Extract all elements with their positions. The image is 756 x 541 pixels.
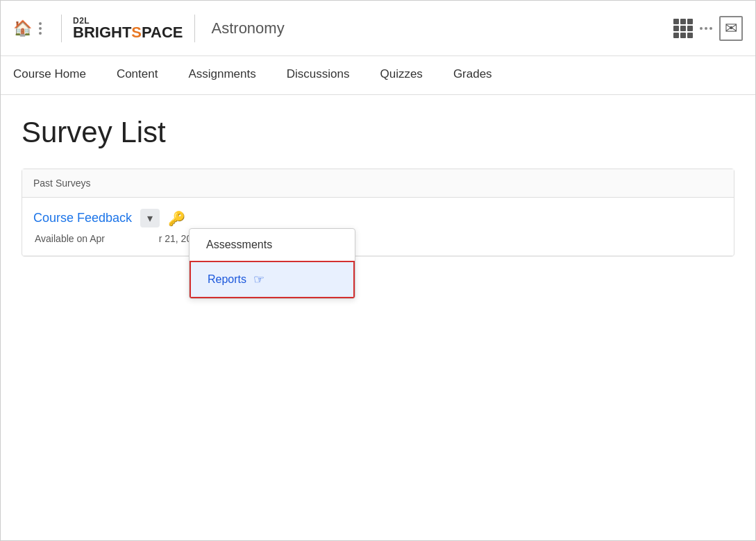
- more-options-icon[interactable]: [39, 22, 42, 35]
- mail-icon[interactable]: ✉: [719, 16, 743, 41]
- more-icon[interactable]: [700, 27, 712, 30]
- nav-course-home[interactable]: Course Home: [13, 56, 101, 95]
- nav-grades[interactable]: Grades: [438, 56, 507, 95]
- divider2: [194, 15, 195, 42]
- nav-content[interactable]: Content: [101, 56, 174, 95]
- survey-table: Past Surveys Course Feedback ▾ 🔑 Availab…: [22, 169, 734, 257]
- logo-brightspace: BRIGHTSPACE: [73, 25, 183, 40]
- course-title: Astronomy: [212, 19, 285, 37]
- survey-row: Course Feedback ▾ 🔑 Available on Apr r 2…: [22, 198, 734, 256]
- nav-bar: Course Home Content Assignments Discussi…: [1, 56, 755, 95]
- dropdown-menu: Assessments Reports ☞: [189, 228, 355, 299]
- nav-discussions[interactable]: Discussions: [271, 56, 365, 95]
- apps-grid-icon[interactable]: [673, 19, 693, 38]
- home-icon[interactable]: 🏠: [13, 19, 32, 37]
- cursor-hand-icon: ☞: [253, 272, 264, 287]
- survey-name-link[interactable]: Course Feedback: [33, 211, 132, 225]
- dropdown-item-reports[interactable]: Reports ☞: [190, 261, 355, 298]
- survey-section-header: Past Surveys: [22, 169, 734, 198]
- dropdown-item-assessments[interactable]: Assessments: [190, 229, 355, 261]
- survey-availability: Available on Apr r 21, 2023 11:59 PM: [33, 233, 723, 244]
- nav-assignments[interactable]: Assignments: [173, 56, 271, 95]
- survey-row-top: Course Feedback ▾ 🔑: [33, 209, 723, 227]
- nav-quizzes[interactable]: Quizzes: [364, 56, 437, 95]
- main-content: Survey List Past Surveys Course Feedback…: [1, 95, 755, 257]
- page-title: Survey List: [22, 116, 734, 149]
- top-bar: 🏠 D2L BRIGHTSPACE Astronomy ✉: [1, 1, 755, 56]
- logo: D2L BRIGHTSPACE: [73, 17, 183, 40]
- key-icon: 🔑: [168, 210, 185, 227]
- top-bar-right: ✉: [673, 16, 743, 41]
- survey-dropdown-button[interactable]: ▾: [140, 209, 160, 227]
- divider: [61, 15, 62, 42]
